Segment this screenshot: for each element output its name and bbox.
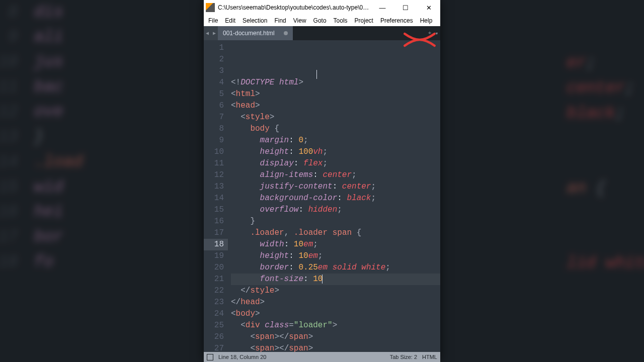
tab-active[interactable]: 001-document.html [218, 26, 293, 40]
code-line[interactable]: background-color: black; [231, 193, 440, 204]
menu-find[interactable]: Find [271, 16, 289, 25]
maximize-button[interactable]: ☐ [394, 0, 417, 15]
titlebar[interactable]: C:\Users\seemab\Desktop\youtube\codes\.a… [204, 0, 440, 15]
tab-label: 001-document.html [223, 30, 275, 37]
menu-view[interactable]: View [290, 16, 310, 25]
menu-project[interactable]: Project [351, 16, 377, 25]
code-line[interactable]: <head> [231, 100, 440, 112]
cursor-position[interactable]: Line 18, Column 20 [218, 354, 266, 360]
code-editor[interactable]: 1234567891011121314151617181920212223242… [204, 40, 440, 347]
code-line[interactable]: margin: 0; [231, 135, 440, 146]
code-line[interactable]: <style> [231, 112, 440, 123]
code-line[interactable]: body { [231, 123, 440, 135]
editor-window: C:\Users\seemab\Desktop\youtube\codes\.a… [204, 0, 440, 362]
code-line[interactable]: justify-content: center; [231, 181, 440, 193]
menu-file[interactable]: File [205, 16, 221, 25]
code-line[interactable]: <body> [231, 308, 440, 320]
code-line[interactable]: </head> [231, 297, 440, 308]
code-line[interactable]: </style> [231, 285, 440, 297]
menu-selection[interactable]: Selection [239, 16, 271, 25]
code-line[interactable]: align-items: center; [231, 169, 440, 181]
code-area[interactable]: <!DOCTYPE html><html><head> <style> body… [228, 40, 440, 347]
app-icon [206, 3, 215, 12]
menu-bar[interactable]: FileEditSelectionFindViewGotoToolsProjec… [204, 15, 440, 26]
code-line[interactable]: border: 0.25em solid white; [231, 262, 440, 274]
close-button[interactable]: ✕ [417, 0, 440, 15]
panel-toggle-icon[interactable] [207, 354, 213, 360]
code-line[interactable]: <html> [231, 88, 440, 100]
syntax-indicator[interactable]: HTML [422, 354, 437, 360]
line-number-gutter[interactable]: 1234567891011121314151617181920212223242… [204, 40, 228, 347]
tab-size-indicator[interactable]: Tab Size: 2 [390, 354, 417, 360]
status-bar[interactable]: Line 18, Column 20 Tab Size: 2 HTML [204, 352, 440, 362]
menu-help[interactable]: Help [417, 16, 436, 25]
menu-tools[interactable]: Tools [330, 16, 351, 25]
dirty-indicator-icon [284, 31, 288, 35]
code-line[interactable]: } [231, 216, 440, 227]
code-line[interactable]: <!DOCTYPE html> [231, 77, 440, 88]
code-line[interactable]: <span></span> [231, 331, 440, 343]
code-line[interactable]: <div class="loader"> [231, 320, 440, 331]
menu-edit[interactable]: Edit [221, 16, 239, 25]
menu-goto[interactable]: Goto [310, 16, 330, 25]
minimize-button[interactable]: — [371, 0, 394, 15]
tab-next-button[interactable]: ▶ [211, 26, 218, 40]
code-line[interactable]: font-size: 10 [231, 274, 440, 285]
text-cursor-icon [316, 70, 317, 79]
code-line[interactable]: height: 10em; [231, 250, 440, 262]
tab-prev-button[interactable]: ◀ [204, 26, 211, 40]
code-line[interactable]: overflow: hidden; [231, 204, 440, 216]
code-line[interactable]: display: flex; [231, 158, 440, 169]
code-line[interactable]: .loader, .loader span { [231, 227, 440, 239]
window-title: C:\Users\seemab\Desktop\youtube\codes\.a… [218, 4, 371, 11]
code-line[interactable]: width: 10em; [231, 239, 440, 250]
channel-logo-icon [403, 30, 436, 52]
menu-preferences[interactable]: Preferences [377, 16, 417, 25]
code-line[interactable]: height: 100vh; [231, 146, 440, 158]
